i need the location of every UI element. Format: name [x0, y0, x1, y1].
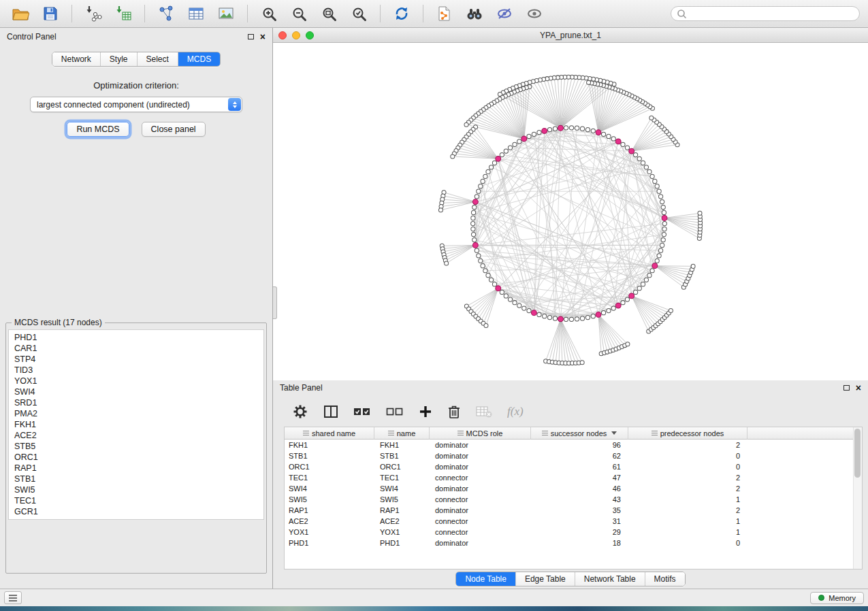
mcds-node-item[interactable]: GCR1 [9, 506, 263, 517]
graph-node[interactable] [481, 264, 485, 268]
tab-edge-table[interactable]: Edge Table [515, 572, 575, 586]
float-panel-icon[interactable] [843, 385, 850, 391]
chevron-down-icon[interactable] [611, 431, 617, 435]
deselect-all-button[interactable] [386, 406, 404, 417]
clone-network-button[interactable] [432, 3, 457, 24]
graph-node[interactable] [508, 146, 512, 150]
graph-node[interactable] [621, 301, 625, 305]
mcds-node-item[interactable]: PMA2 [9, 408, 263, 419]
zoom-out-button[interactable] [287, 3, 311, 24]
table-row[interactable]: YOX1YOX1connector291 [285, 527, 862, 538]
column-header-name[interactable]: name [374, 427, 430, 440]
graph-node[interactable] [445, 261, 449, 265]
graph-node[interactable] [537, 312, 541, 316]
graph-node[interactable] [580, 361, 584, 365]
panel-menu-button[interactable] [4, 591, 22, 604]
graph-node-mcds[interactable] [615, 303, 621, 308]
tab-mcds[interactable]: MCDS [178, 52, 220, 66]
graph-node[interactable] [662, 221, 666, 225]
graph-node[interactable] [641, 161, 645, 165]
graph-node[interactable] [472, 205, 477, 209]
table-row[interactable]: STB1STB1dominator620 [285, 450, 862, 461]
graph-node[interactable] [587, 80, 591, 84]
graph-node[interactable] [575, 317, 579, 321]
graph-node-mcds[interactable] [542, 128, 547, 133]
graph-node[interactable] [647, 274, 652, 278]
column-header-predecessor-nodes[interactable]: predecessor nodes [628, 427, 748, 440]
graph-node[interactable] [517, 139, 521, 144]
graph-node-mcds[interactable] [652, 263, 658, 269]
graph-node[interactable] [650, 269, 654, 273]
run-mcds-button[interactable]: Run MCDS [67, 122, 129, 137]
graph-node-mcds[interactable] [558, 125, 564, 131]
save-session-button[interactable] [38, 3, 63, 24]
graph-node[interactable] [644, 165, 648, 169]
graph-node[interactable] [489, 278, 493, 282]
graph-node[interactable] [611, 137, 615, 141]
graph-node[interactable] [451, 154, 455, 159]
graph-node[interactable] [698, 211, 702, 215]
graph-node-mcds[interactable] [662, 216, 667, 221]
graph-node[interactable] [691, 264, 695, 268]
graph-node[interactable] [517, 303, 521, 308]
open-session-button[interactable] [8, 3, 33, 24]
graph-node[interactable] [475, 248, 479, 252]
graph-node-mcds[interactable] [629, 293, 634, 299]
graph-node[interactable] [527, 134, 531, 138]
import-network-button[interactable] [81, 3, 106, 24]
graph-node[interactable] [471, 221, 475, 225]
graph-node[interactable] [657, 254, 661, 258]
graph-node-mcds[interactable] [496, 286, 501, 291]
graph-node[interactable] [486, 274, 490, 278]
graph-node[interactable] [625, 146, 629, 150]
graph-node[interactable] [471, 210, 475, 214]
table-mode-button[interactable] [292, 403, 308, 420]
graph-node[interactable] [637, 156, 641, 161]
graph-node[interactable] [479, 259, 483, 263]
show-graphics-details-button[interactable] [522, 3, 547, 24]
graph-node[interactable] [513, 142, 517, 146]
graph-node[interactable] [657, 189, 661, 193]
graph-node[interactable] [492, 282, 496, 286]
graph-node-mcds[interactable] [629, 148, 634, 154]
graph-node[interactable] [479, 184, 483, 188]
graph-node[interactable] [543, 314, 547, 318]
close-window-icon[interactable] [278, 31, 287, 39]
network-canvas[interactable] [273, 43, 868, 380]
table-row[interactable]: RAP1RAP1dominator352 [285, 505, 862, 516]
hide-graphics-details-button[interactable] [492, 3, 517, 24]
graph-node[interactable] [591, 129, 595, 133]
graph-node[interactable] [547, 127, 551, 131]
mcds-node-item[interactable]: STP4 [9, 354, 263, 365]
tab-select[interactable]: Select [137, 52, 178, 66]
graph-node[interactable] [607, 134, 611, 138]
graph-node[interactable] [553, 316, 557, 320]
tab-node-table[interactable]: Node Table [456, 572, 515, 586]
graph-node[interactable] [585, 127, 590, 131]
minimize-window-icon[interactable] [292, 31, 300, 39]
graph-node[interactable] [471, 227, 475, 231]
graph-node[interactable] [486, 169, 490, 174]
graph-node-mcds[interactable] [521, 136, 527, 142]
mcds-node-item[interactable]: ORC1 [9, 452, 263, 463]
graph-node[interactable] [660, 243, 664, 247]
zoom-fit-button[interactable] [317, 3, 341, 24]
graph-node[interactable] [547, 315, 551, 319]
graph-node[interactable] [575, 126, 579, 130]
mcds-node-item[interactable]: RAP1 [9, 463, 263, 474]
graph-node[interactable] [653, 179, 657, 183]
graph-node[interactable] [621, 142, 625, 146]
graph-node[interactable] [658, 195, 662, 199]
table-row[interactable]: SWI4SWI4dominator462 [285, 483, 862, 494]
graph-node[interactable] [607, 308, 611, 312]
graph-node-mcds[interactable] [596, 312, 601, 318]
graph-node[interactable] [569, 126, 573, 130]
graph-node[interactable] [662, 232, 666, 236]
column-header-MCDS-role[interactable]: MCDS role [430, 427, 531, 440]
mcds-node-item[interactable]: SWI5 [9, 484, 263, 495]
column-header-shared-name[interactable]: shared name [285, 427, 374, 440]
graph-node[interactable] [661, 237, 665, 242]
graph-node[interactable] [484, 324, 488, 328]
graph-node[interactable] [508, 297, 512, 301]
search-box[interactable] [671, 6, 860, 21]
